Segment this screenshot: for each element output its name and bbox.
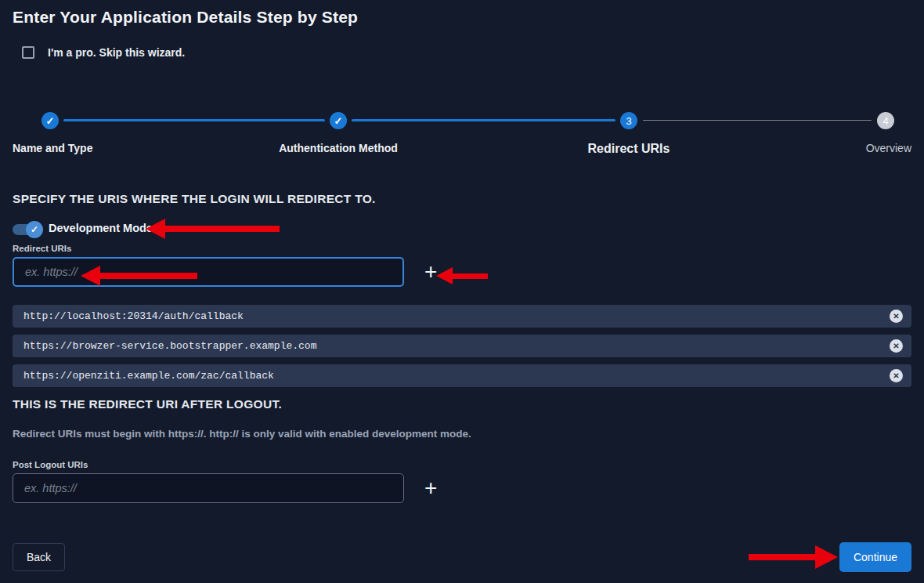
step-4-circle[interactable]: 4 <box>877 112 894 129</box>
redirect-section-heading: SPECIFY THE URIS WHERE THE LOGIN WILL RE… <box>13 192 911 206</box>
annotation-arrow-redirect-input <box>81 266 197 286</box>
arrow-left-icon <box>81 266 100 286</box>
skip-wizard-label: I'm a pro. Skip this wizard. <box>48 46 185 59</box>
check-icon: ✓ <box>334 116 343 126</box>
arrow-right-icon <box>815 545 838 569</box>
arrow-left-icon <box>146 219 165 239</box>
annotation-arrow-add-button <box>436 267 488 284</box>
step-3-circle[interactable]: 3 <box>620 112 637 129</box>
step-2-circle[interactable]: ✓ <box>330 112 347 129</box>
uri-text: http://localhost:20314/auth/callback <box>23 310 890 322</box>
toggle-check-icon: ✓ <box>26 221 43 238</box>
step-connector-3 <box>643 120 872 121</box>
step-1-circle[interactable]: ✓ <box>42 112 59 129</box>
logout-section-heading: THIS IS THE REDIRECT URI AFTER LOGOUT. <box>13 397 911 411</box>
step-label-redirect-uris[interactable]: Redirect URIs <box>588 142 670 156</box>
wizard-stepper: ✓ ✓ 3 4 Name and Type Authentication Met… <box>13 112 911 159</box>
post-logout-uri-input[interactable] <box>13 473 404 503</box>
plus-icon: + <box>424 259 437 284</box>
uri-text: https://browzer-service.bootstrapper.exa… <box>23 340 890 352</box>
development-mode-toggle[interactable]: ✓ <box>13 224 41 235</box>
remove-uri-button[interactable]: ✕ <box>890 310 903 323</box>
page-title: Enter Your Application Details Step by S… <box>13 8 911 27</box>
back-button[interactable]: Back <box>13 543 65 571</box>
remove-uri-button[interactable]: ✕ <box>890 369 903 382</box>
uri-text: https://openziti.example.com/zac/callbac… <box>23 370 890 382</box>
uri-chip: http://localhost:20314/auth/callback ✕ <box>13 305 911 328</box>
uri-chip: https://openziti.example.com/zac/callbac… <box>13 364 911 387</box>
close-icon: ✕ <box>893 342 899 350</box>
stepper-labels: Name and Type Authentication Method Redi… <box>13 142 911 159</box>
close-icon: ✕ <box>893 371 899 380</box>
annotation-arrow-development-mode <box>146 219 280 239</box>
redirect-uri-input[interactable] <box>13 257 404 287</box>
remove-uri-button[interactable]: ✕ <box>890 339 903 353</box>
redirect-uri-list: http://localhost:20314/auth/callback ✕ h… <box>13 305 911 387</box>
annotation-arrow-continue-button <box>749 545 838 569</box>
check-icon: ✓ <box>46 116 55 126</box>
step-label-overview[interactable]: Overview <box>866 142 911 154</box>
continue-button[interactable]: Continue <box>839 542 911 572</box>
plus-icon: + <box>424 476 437 500</box>
skip-wizard-checkbox[interactable] <box>22 46 34 59</box>
development-mode-label: Development Mode <box>49 222 153 234</box>
step-connector-2 <box>352 119 615 121</box>
close-icon: ✕ <box>893 312 899 320</box>
skip-wizard-row: I'm a pro. Skip this wizard. <box>22 46 911 59</box>
step-label-authentication-method[interactable]: Authentication Method <box>279 142 398 154</box>
arrow-left-icon <box>436 267 453 284</box>
add-post-logout-uri-button[interactable]: + <box>423 477 439 499</box>
application-wizard-page: Enter Your Application Details Step by S… <box>0 0 924 583</box>
redirect-uri-note: Redirect URIs must begin with https://. … <box>13 428 911 440</box>
step-label-name-and-type[interactable]: Name and Type <box>13 142 92 154</box>
stepper-track: ✓ ✓ 3 4 <box>13 112 911 129</box>
step-connector-1 <box>63 119 325 121</box>
redirect-uris-field-label: Redirect URIs <box>13 244 911 253</box>
step-4-number: 4 <box>882 116 888 126</box>
step-3-number: 3 <box>626 116 631 126</box>
post-logout-input-row: + <box>13 473 911 503</box>
post-logout-uris-field-label: Post Logout URIs <box>13 460 911 469</box>
uri-chip: https://browzer-service.bootstrapper.exa… <box>13 335 911 357</box>
